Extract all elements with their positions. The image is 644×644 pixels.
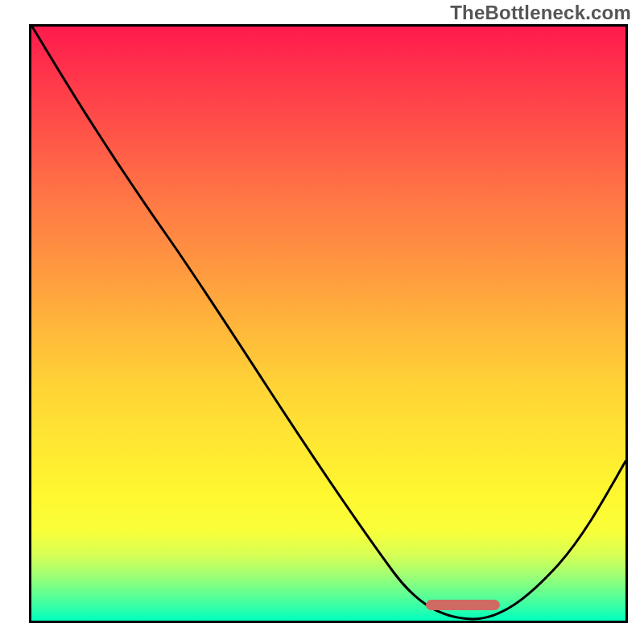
- curve-svg: [31, 27, 625, 621]
- optimal-marker: [426, 600, 500, 610]
- chart-container: TheBottleneck.com: [0, 0, 644, 644]
- bottleneck-curve-path: [32, 27, 625, 619]
- watermark-text: TheBottleneck.com: [450, 2, 631, 24]
- plot-area: [29, 24, 628, 623]
